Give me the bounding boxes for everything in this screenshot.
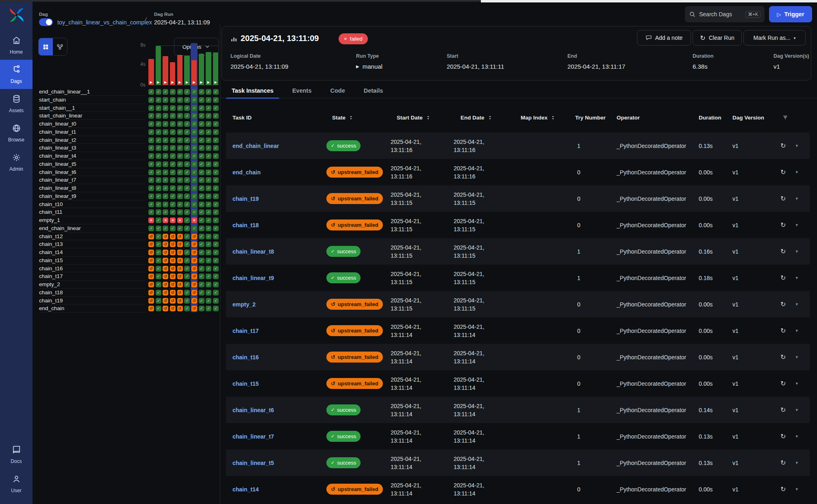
task-instance-square-success[interactable]: ✓ (156, 185, 161, 191)
grid-task-label[interactable]: start_chain_linear (39, 112, 146, 120)
task-instance-square-success[interactable]: ✓ (199, 274, 204, 279)
task-instance-square-upstream_failed[interactable]: ↺ (177, 274, 183, 279)
task-instance-square-success[interactable]: ✓ (191, 209, 197, 215)
grid-task-label[interactable]: chain_t18 (39, 289, 146, 297)
grid-task-label[interactable]: chain_t12 (39, 232, 146, 241)
task-instance-square-upstream_failed[interactable]: ↺ (170, 241, 176, 247)
task-instance-square-success[interactable]: ✓ (199, 202, 204, 207)
row-caret-icon[interactable]: ▾ (795, 222, 798, 228)
sidebar-item-dags[interactable]: Dags (0, 60, 33, 89)
run-bar-5-failed[interactable]: ▶ (177, 55, 183, 85)
task-instance-square-success[interactable]: ✓ (191, 169, 197, 175)
task-instance-square-upstream_failed[interactable]: ↺ (177, 266, 183, 272)
task-instance-square-success[interactable]: ✓ (199, 217, 204, 223)
task-instance-square-success[interactable]: ✓ (184, 306, 190, 311)
task-instance-square-upstream_failed[interactable]: ↺ (148, 290, 154, 295)
task-instance-square-success[interactable]: ✓ (199, 177, 204, 183)
run-bar-8-success[interactable]: ▶ (199, 54, 204, 85)
task-instance-square-success[interactable]: ✓ (213, 145, 219, 151)
task-instance-square-success[interactable]: ✓ (213, 137, 219, 143)
task-instance-square-success[interactable]: ✓ (170, 226, 176, 231)
sidebar-item-home[interactable]: Home (0, 30, 33, 60)
task-instance-square-success[interactable]: ✓ (206, 250, 211, 255)
task-instance-square-upstream_failed[interactable]: ↺ (191, 250, 197, 255)
task-instance-square-success[interactable]: ✓ (170, 113, 176, 119)
task-instance-square-success[interactable]: ✓ (206, 202, 211, 207)
task-instance-square-success[interactable]: ✓ (177, 177, 183, 183)
task-instance-square-success[interactable]: ✓ (148, 137, 154, 143)
task-instance-square-success[interactable]: ✓ (156, 177, 161, 183)
task-instance-square-success[interactable]: ✓ (206, 258, 211, 263)
task-instance-square-success[interactable]: ✓ (170, 105, 176, 111)
task-instance-square-success[interactable]: ✓ (184, 266, 190, 272)
task-instance-square-success[interactable]: ✓ (199, 290, 204, 295)
task-instance-square-success[interactable]: ✓ (191, 193, 197, 199)
col-state[interactable]: State (321, 115, 388, 121)
sort-icon[interactable] (487, 115, 493, 120)
row-caret-icon[interactable]: ▾ (795, 381, 798, 386)
grid-task-label[interactable]: chain_linear_t8 (39, 184, 146, 192)
task-instance-square-upstream_failed[interactable]: ↺ (191, 306, 197, 311)
clear-task-icon[interactable]: ↻ (780, 274, 786, 282)
task-instance-square-success[interactable]: ✓ (177, 161, 183, 167)
task-instance-square-success[interactable]: ✓ (163, 202, 168, 207)
task-instance-square-success[interactable]: ✓ (184, 250, 190, 255)
task-instance-square-success[interactable]: ✓ (156, 145, 161, 151)
task-instance-square-success[interactable]: ✓ (213, 217, 219, 223)
run-bar-1-failed[interactable]: ▶ (148, 59, 154, 85)
task-instance-square-success[interactable]: ✓ (199, 153, 204, 159)
task-instance-square-failed[interactable]: × (163, 217, 168, 223)
task-instance-square-success[interactable]: ✓ (148, 121, 154, 127)
airflow-logo[interactable] (8, 7, 25, 24)
task-instance-square-success[interactable]: ✓ (156, 137, 161, 143)
task-instance-square-upstream_failed[interactable]: ↺ (191, 266, 197, 272)
grid-task-label[interactable]: start_chain (39, 96, 146, 104)
task-instance-square-success[interactable]: ✓ (213, 202, 219, 207)
task-instance-square-success[interactable]: ✓ (206, 137, 211, 143)
task-instance-square-success[interactable]: ✓ (199, 250, 204, 255)
task-instance-square-success[interactable]: ✓ (213, 209, 219, 215)
task-instance-square-success[interactable]: ✓ (206, 121, 211, 127)
task-instance-square-success[interactable]: ✓ (170, 129, 176, 135)
task-instance-square-success[interactable]: ✓ (199, 121, 204, 127)
task-instance-square-upstream_failed[interactable]: ↺ (148, 250, 154, 255)
task-instance-square-upstream_failed[interactable]: ↺ (170, 298, 176, 304)
row-caret-icon[interactable]: ▾ (795, 487, 798, 492)
task-instance-square-success[interactable]: ✓ (148, 129, 154, 135)
task-instance-square-upstream_failed[interactable]: ↺ (170, 290, 176, 295)
task-instance-square-success[interactable]: ✓ (191, 89, 197, 95)
grid-task-label[interactable]: chain_linear_t2 (39, 136, 146, 144)
task-instance-square-success[interactable]: ✓ (206, 217, 211, 223)
task-instance-square-upstream_failed[interactable]: ↺ (177, 250, 183, 255)
task-instance-square-success[interactable]: ✓ (156, 89, 161, 95)
task-instance-square-success[interactable]: ✓ (184, 258, 190, 263)
task-instance-square-success[interactable]: ✓ (199, 193, 204, 199)
task-instance-square-success[interactable]: ✓ (184, 241, 190, 247)
task-instance-square-success[interactable]: ✓ (156, 274, 161, 279)
task-instance-square-success[interactable]: ✓ (191, 113, 197, 119)
task-instance-square-success[interactable]: ✓ (177, 97, 183, 103)
panel-divider[interactable] (220, 24, 220, 504)
task-instance-square-success[interactable]: ✓ (170, 137, 176, 143)
task-instance-square-upstream_failed[interactable]: ↺ (163, 306, 168, 311)
task-instance-square-upstream_failed[interactable]: ↺ (170, 258, 176, 263)
row-caret-icon[interactable]: ▾ (795, 302, 798, 307)
task-instance-square-success[interactable]: ✓ (184, 202, 190, 207)
task-instance-square-upstream_failed[interactable]: ↺ (170, 234, 176, 239)
task-instance-square-success[interactable]: ✓ (156, 153, 161, 159)
task-instance-square-success[interactable]: ✓ (156, 298, 161, 304)
task-id-link[interactable]: chain_linear_t9 (226, 275, 321, 281)
task-instance-square-success[interactable]: ✓ (156, 290, 161, 295)
task-instance-square-success[interactable]: ✓ (191, 177, 197, 183)
grid-task-label[interactable]: empty_2 (39, 280, 146, 289)
task-instance-square-failed[interactable]: × (191, 217, 197, 223)
task-instance-square-success[interactable]: ✓ (191, 105, 197, 111)
task-instance-square-success[interactable]: ✓ (213, 169, 219, 175)
task-instance-square-success[interactable]: ✓ (206, 105, 211, 111)
task-instance-square-success[interactable]: ✓ (163, 177, 168, 183)
task-instance-square-success[interactable]: ✓ (163, 193, 168, 199)
task-id-link[interactable]: end_chain (226, 169, 321, 176)
task-instance-square-success[interactable]: ✓ (163, 89, 168, 95)
task-instance-square-success[interactable]: ✓ (184, 217, 190, 223)
task-id-link[interactable]: empty_2 (226, 301, 321, 308)
